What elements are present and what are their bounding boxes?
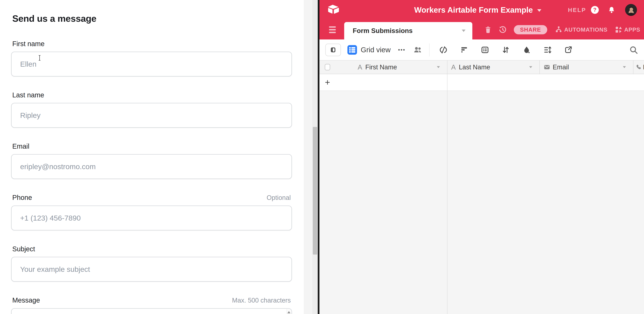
toolbar-divider (429, 43, 430, 56)
column-divider[interactable] (540, 61, 540, 74)
phone-input[interactable] (11, 205, 292, 230)
base-title-wrap[interactable]: Workers Airtable Form Example (414, 0, 541, 20)
column-header-first-name[interactable]: A First Name (320, 61, 447, 74)
add-record-button[interactable]: + (325, 78, 330, 87)
frozen-column-divider (447, 61, 448, 314)
help-question-icon[interactable]: ? (591, 6, 599, 14)
header-right-cluster: HELP ? (568, 0, 637, 20)
share-view-icon[interactable] (564, 46, 572, 54)
last-name-input[interactable] (11, 103, 292, 128)
hide-fields-icon[interactable] (439, 46, 448, 54)
subject-input[interactable] (11, 257, 292, 282)
table-tab-bar: Form Submissions SHARE (320, 20, 644, 40)
help-button[interactable]: HELP (568, 7, 586, 13)
base-title[interactable]: Workers Airtable Form Example (414, 5, 533, 15)
airtable-logo[interactable] (328, 5, 340, 15)
window-divider (318, 0, 320, 314)
search-icon[interactable] (629, 45, 638, 55)
column-header-phone[interactable]: Phone (633, 61, 644, 74)
share-button[interactable]: SHARE (514, 25, 547, 34)
column-name: Last Name (459, 64, 490, 71)
sort-icon[interactable] (502, 46, 510, 54)
grid-view-icon[interactable] (348, 45, 357, 55)
chevron-down-icon (537, 9, 542, 12)
apps-button[interactable]: APPS (615, 26, 640, 34)
filter-icon[interactable] (460, 46, 468, 54)
add-record-row: + (320, 74, 644, 91)
group-icon[interactable] (481, 46, 489, 54)
apps-icon (615, 26, 622, 34)
view-toolbar: Grid view ••• (320, 40, 644, 61)
column-header-last-name[interactable]: A Last Name (447, 61, 540, 74)
automations-icon (555, 26, 562, 34)
subject-label: Subject (12, 244, 35, 254)
chevron-down-icon[interactable] (437, 66, 440, 68)
collaborators-icon[interactable] (413, 45, 422, 55)
left-pane-scroll-gutter (304, 0, 312, 314)
field-subject: Subject (11, 244, 292, 282)
field-phone: Phone Optional (11, 193, 292, 230)
form-heading: Send us a message (12, 13, 304, 24)
column-name: Email (553, 64, 569, 71)
first-name-label: First name (12, 39, 44, 49)
panel-icon (330, 47, 336, 53)
grid-column-header-row: A First Name A Last Name Email (320, 61, 644, 74)
tab-form-submissions[interactable]: Form Submissions (344, 22, 472, 40)
user-avatar[interactable] (625, 4, 637, 16)
message-textarea[interactable] (11, 308, 292, 314)
notifications-bell-icon[interactable] (608, 6, 615, 14)
text-cursor-pointer (38, 55, 42, 61)
automations-button[interactable]: AUTOMATIONS (555, 26, 608, 34)
question-glyph: ? (593, 7, 596, 13)
row-height-icon[interactable] (543, 46, 552, 54)
phone-field-type-icon (635, 64, 641, 70)
airtable-pane: Workers Airtable Form Example HELP ? (320, 0, 644, 314)
column-header-email[interactable]: Email (540, 61, 633, 74)
last-name-label: Last name (12, 90, 44, 100)
field-message: Message Max. 500 characters (11, 295, 292, 314)
tab-label: Form Submissions (353, 27, 412, 35)
tab-bar-actions: SHARE AUTOMATIONS (484, 20, 641, 40)
column-name: Phone (643, 64, 644, 71)
message-label: Message (12, 295, 40, 305)
scroll-up-arrow-icon[interactable] (287, 311, 290, 313)
message-maxlength-note: Max. 500 characters (232, 295, 291, 305)
automations-label: AUTOMATIONS (564, 27, 608, 33)
first-name-input[interactable] (11, 52, 292, 77)
column-divider[interactable] (633, 61, 634, 74)
screenshot-root: Send us a message First name Last name E… (0, 0, 644, 314)
menu-hamburger-icon[interactable] (329, 26, 336, 33)
column-name: First Name (365, 64, 397, 71)
apps-label: APPS (624, 27, 640, 33)
email-label: Email (12, 141, 29, 151)
phone-label: Phone (12, 193, 32, 202)
field-email: Email (11, 141, 292, 179)
phone-optional-note: Optional (266, 193, 291, 202)
toggle-sidebar-button[interactable] (325, 44, 341, 56)
email-field-type-icon (544, 64, 550, 71)
chevron-down-icon[interactable] (529, 66, 532, 68)
chevron-down-icon (462, 30, 466, 32)
left-pane-scrollbar-thumb[interactable] (313, 127, 317, 254)
airtable-top-header: Workers Airtable Form Example HELP ? (320, 0, 644, 20)
trash-icon[interactable] (484, 26, 492, 34)
color-icon[interactable] (522, 46, 531, 54)
view-more-icon[interactable]: ••• (398, 47, 406, 53)
text-field-type-icon: A (451, 63, 456, 71)
text-field-type-icon: A (358, 63, 362, 71)
contact-form-pane: Send us a message First name Last name E… (0, 0, 304, 314)
field-first-name: First name (11, 39, 292, 77)
field-last-name: Last name (11, 90, 292, 128)
chevron-down-icon[interactable] (623, 66, 626, 68)
email-input[interactable] (11, 154, 292, 179)
history-icon[interactable] (499, 26, 507, 34)
view-name[interactable]: Grid view (361, 46, 390, 54)
